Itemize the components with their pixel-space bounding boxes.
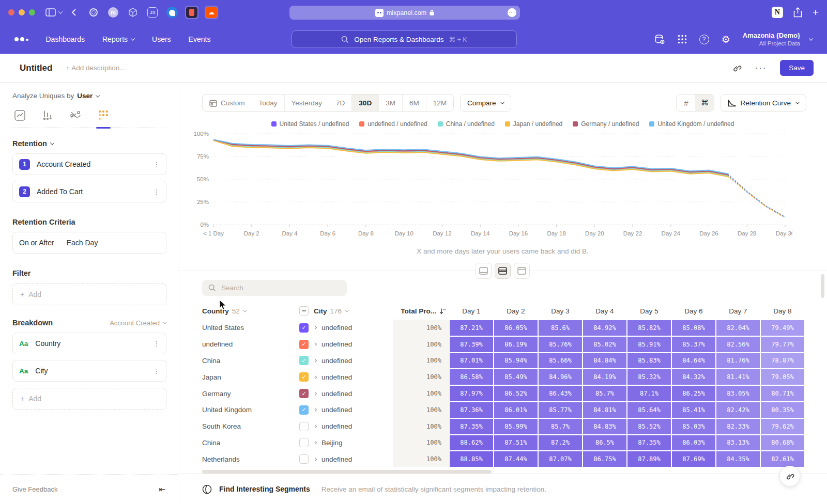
row-checkbox[interactable]: ✓ bbox=[299, 389, 309, 398]
cell-country[interactable]: China bbox=[202, 357, 299, 365]
cell-day-1[interactable]: 87.01% bbox=[449, 353, 494, 369]
cell-day-8[interactable]: 79.05% bbox=[760, 369, 805, 385]
percentage-toggle[interactable]: ⌘ bbox=[695, 94, 714, 111]
cell-day-2[interactable]: 86.01% bbox=[494, 402, 538, 418]
window-controls[interactable] bbox=[8, 9, 35, 15]
cell-day-4[interactable]: 86.5% bbox=[583, 435, 627, 451]
column-header-day-2[interactable]: Day 2 bbox=[494, 307, 538, 315]
cell-day-7[interactable]: 81.76% bbox=[716, 353, 760, 369]
cell-country[interactable]: South Korea bbox=[202, 422, 299, 430]
range-12m[interactable]: 12M bbox=[426, 94, 453, 111]
cell-day-3[interactable]: 85.6% bbox=[538, 320, 583, 336]
retention-section-heading[interactable]: Retention bbox=[12, 139, 166, 148]
cell-day-2[interactable]: 87.51% bbox=[494, 435, 538, 451]
cell-day-4[interactable]: 84.84% bbox=[583, 353, 627, 369]
target-extension-icon[interactable] bbox=[87, 6, 100, 19]
cell-day-3[interactable]: 85.76% bbox=[538, 336, 583, 353]
new-tab-icon[interactable]: + bbox=[813, 6, 819, 19]
copy-link-icon[interactable] bbox=[732, 64, 742, 73]
expand-row-icon[interactable] bbox=[313, 424, 317, 428]
cell-day-4[interactable]: 84.19% bbox=[583, 369, 627, 385]
cell-day-8[interactable]: 82.61% bbox=[760, 451, 805, 467]
settings-gear-icon[interactable]: ⚙ bbox=[722, 34, 730, 45]
apps-grid-icon[interactable] bbox=[678, 35, 687, 44]
nav-item-dashboards[interactable]: Dashboards bbox=[46, 35, 85, 43]
row-checkbox[interactable]: ✓ bbox=[299, 340, 309, 349]
avatar-extension-icon[interactable]: m bbox=[106, 6, 120, 19]
column-header-day-8[interactable]: Day 8 bbox=[760, 307, 805, 315]
range-7d[interactable]: 7D bbox=[329, 94, 351, 111]
cell-day-2[interactable]: 86.05% bbox=[494, 320, 538, 336]
mixpanel-logo[interactable] bbox=[14, 37, 28, 41]
range-6m[interactable]: 6M bbox=[402, 94, 426, 111]
segments-title[interactable]: Find Interesting Segments bbox=[219, 485, 310, 493]
row-checkbox[interactable] bbox=[299, 454, 309, 464]
cell-day-6[interactable]: 85.37% bbox=[671, 336, 716, 353]
column-header-day-4[interactable]: Day 4 bbox=[583, 307, 627, 315]
cell-day-4[interactable]: 84.81% bbox=[583, 402, 627, 418]
cell-day-5[interactable]: 87.1% bbox=[627, 385, 671, 402]
cell-day-4[interactable]: 84.83% bbox=[583, 418, 627, 435]
project-switcher[interactable]: Amazonia {Demo} All Project Data bbox=[743, 32, 800, 48]
js-extension-icon[interactable]: JS bbox=[146, 6, 159, 19]
cell-day-2[interactable]: 85.99% bbox=[494, 418, 538, 435]
cell-day-6[interactable]: 84.32% bbox=[671, 369, 716, 385]
minimize-window-button[interactable] bbox=[19, 9, 25, 15]
cell-day-5[interactable]: 85.83% bbox=[627, 353, 671, 369]
zoom-window-button[interactable] bbox=[29, 9, 35, 15]
expand-row-icon[interactable] bbox=[313, 408, 317, 412]
row-checkbox[interactable]: ✓ bbox=[299, 356, 309, 365]
cell-day-1[interactable]: 87.97% bbox=[449, 385, 494, 402]
floating-share-button[interactable] bbox=[779, 466, 800, 486]
cell-day-5[interactable]: 85.64% bbox=[627, 402, 671, 418]
cell-country[interactable]: China bbox=[202, 439, 299, 447]
cell-day-4[interactable]: 85.7% bbox=[583, 385, 627, 402]
cell-country[interactable]: Germany bbox=[202, 390, 299, 398]
cell-country[interactable]: United Kingdom bbox=[202, 406, 299, 414]
cell-day-7[interactable]: 84.35% bbox=[716, 451, 760, 467]
global-search[interactable]: Open Reports & Dashboards ⌘ + K bbox=[292, 30, 517, 48]
expand-row-icon[interactable] bbox=[313, 375, 317, 379]
cell-day-2[interactable]: 85.49% bbox=[494, 369, 538, 385]
column-header-country[interactable]: Country52 bbox=[202, 307, 299, 315]
cell-day-1[interactable]: 87.39% bbox=[449, 336, 494, 353]
cell-day-4[interactable]: 86.75% bbox=[583, 451, 627, 467]
expand-row-icon[interactable] bbox=[313, 441, 317, 445]
back-icon[interactable] bbox=[71, 8, 76, 17]
cell-day-3[interactable]: 85.66% bbox=[538, 353, 583, 369]
cell-day-3[interactable]: 85.7% bbox=[538, 418, 583, 435]
notion-extension-icon[interactable]: N bbox=[772, 7, 783, 18]
compare-button[interactable]: Compare bbox=[460, 94, 512, 112]
cell-day-7[interactable]: 83.13% bbox=[716, 435, 760, 451]
cell-day-8[interactable]: 80.68% bbox=[760, 435, 805, 451]
cell-day-6[interactable]: 85.08% bbox=[671, 320, 716, 336]
report-title[interactable]: Untitled bbox=[20, 63, 52, 73]
chart-type-select[interactable]: Retention Curve bbox=[721, 94, 806, 112]
row-checkbox[interactable]: ✓ bbox=[299, 372, 309, 382]
vertical-scrollbar[interactable] bbox=[821, 274, 824, 298]
cell-day-8[interactable]: 79.49% bbox=[760, 320, 805, 336]
cell-day-3[interactable]: 86.43% bbox=[538, 385, 583, 402]
collapse-sidebar-icon[interactable]: ⇤ bbox=[159, 485, 165, 494]
cell-country[interactable]: Japan bbox=[202, 373, 299, 381]
cell-day-8[interactable]: 80.71% bbox=[760, 385, 805, 402]
cell-day-4[interactable]: 85.02% bbox=[583, 336, 627, 353]
cell-day-4[interactable]: 84.92% bbox=[583, 320, 627, 336]
cell-country[interactable]: undefined bbox=[202, 340, 299, 348]
tab-funnels[interactable] bbox=[41, 109, 54, 121]
cell-day-5[interactable]: 87.89% bbox=[627, 451, 671, 467]
cell-day-6[interactable]: 85.41% bbox=[671, 402, 716, 418]
nav-item-users[interactable]: Users bbox=[152, 35, 171, 43]
legend-item[interactable]: United States / undefined bbox=[271, 120, 349, 128]
cell-day-7[interactable]: 82.33% bbox=[716, 418, 760, 435]
cell-country[interactable]: United States bbox=[202, 324, 299, 332]
column-header-day-1[interactable]: Day 1 bbox=[449, 307, 494, 315]
row-checkbox[interactable]: ✓ bbox=[299, 405, 309, 415]
cell-day-5[interactable]: 85.52% bbox=[627, 418, 671, 435]
range-3m[interactable]: 3M bbox=[378, 94, 402, 111]
analyze-uniques-row[interactable]: Analyze Uniques by User bbox=[12, 92, 166, 100]
add-filter-button[interactable]: + Add bbox=[12, 284, 166, 305]
cell-day-1[interactable]: 87.36% bbox=[449, 402, 494, 418]
cell-day-1[interactable]: 87.35% bbox=[449, 418, 494, 435]
breakdown-card-city[interactable]: Aa City ⋮ bbox=[12, 360, 166, 382]
